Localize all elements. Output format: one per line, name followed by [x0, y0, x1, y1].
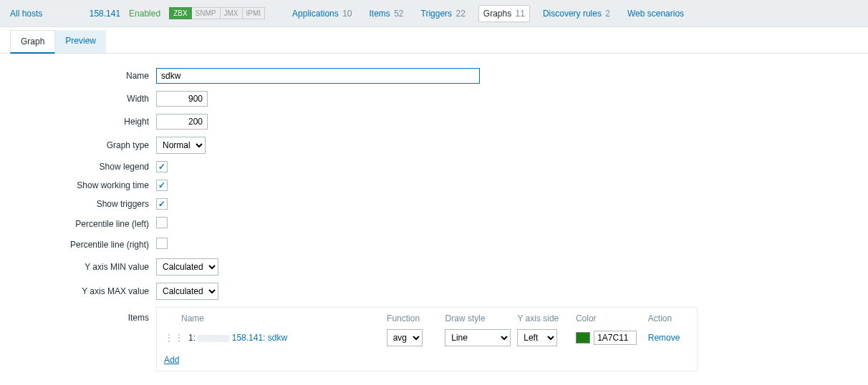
host-nav-bar: All hosts 158.141 Enabled ZBX SNMP JMX I…: [0, 0, 868, 27]
percentile-right-label: Percentile line (right): [0, 240, 156, 250]
item-draw-select[interactable]: Line: [445, 329, 511, 346]
interface-badges: ZBX SNMP JMX IPMI: [169, 7, 265, 19]
graph-form: Name Width Height Graph type Normal Show…: [0, 54, 868, 385]
drag-handle-icon[interactable]: ⋮⋮: [164, 332, 184, 343]
item-index: 1:: [188, 333, 196, 343]
item-color-input[interactable]: [594, 331, 637, 345]
item-host-blur: [198, 335, 229, 342]
graph-type-label: Graph type: [0, 140, 156, 150]
show-legend-label: Show legend: [0, 162, 156, 172]
items-label: Items: [0, 307, 156, 323]
percentile-left-label: Percentile line (left): [0, 219, 156, 229]
items-head-draw: Draw style: [445, 313, 518, 323]
width-input[interactable]: [156, 91, 208, 107]
items-head-color: Color: [576, 313, 648, 323]
percentile-left-checkbox[interactable]: [156, 217, 168, 228]
ymax-select[interactable]: Calculated: [156, 283, 218, 300]
items-head-name: Name: [164, 313, 387, 323]
item-side-select[interactable]: Left: [517, 329, 557, 346]
width-label: Width: [0, 94, 156, 104]
nav-items[interactable]: Items 52: [365, 6, 408, 21]
items-head-action: Action: [648, 313, 690, 323]
items-head-side: Y axis side: [517, 313, 575, 323]
ymax-label: Y axis MAX value: [0, 286, 156, 296]
nav-discovery[interactable]: Discovery rules 2: [539, 6, 614, 21]
percentile-right-checkbox[interactable]: [156, 238, 168, 249]
name-input[interactable]: [156, 68, 480, 84]
height-input[interactable]: [156, 114, 208, 130]
ymin-select[interactable]: Calculated: [156, 258, 218, 276]
nav-graphs[interactable]: Graphs 11: [478, 5, 530, 22]
show-triggers-label: Show triggers: [0, 199, 156, 209]
item-function-select[interactable]: avg: [387, 329, 423, 346]
enabled-status: Enabled: [129, 9, 160, 19]
item-color-swatch[interactable]: [576, 332, 590, 343]
items-row: ⋮⋮ 1: 158.141: sdkw avg Line Left: [157, 326, 697, 349]
item-name-link[interactable]: 158.141: sdkw: [198, 333, 287, 343]
nav-triggers[interactable]: Triggers 22: [417, 6, 470, 21]
badge-snmp: SNMP: [192, 7, 221, 19]
host-name-blur: [51, 9, 87, 18]
items-add-link[interactable]: Add: [157, 349, 186, 371]
show-working-time-label: Show working time: [0, 180, 156, 190]
nav-applications[interactable]: Applications 10: [288, 6, 356, 21]
badge-jmx: JMX: [221, 7, 243, 19]
show-working-time-checkbox[interactable]: [156, 180, 168, 191]
tab-graph[interactable]: Graph: [10, 30, 55, 54]
nav-web[interactable]: Web scenarios: [623, 6, 688, 21]
show-legend-checkbox[interactable]: [156, 161, 168, 172]
host-name-link[interactable]: 158.141: [51, 9, 120, 19]
height-label: Height: [0, 117, 156, 127]
ymin-label: Y axis MIN value: [0, 262, 156, 272]
tab-bar: Graph Preview: [0, 30, 868, 54]
items-header-row: Name Function Draw style Y axis side Col…: [157, 308, 697, 326]
show-triggers-checkbox[interactable]: [156, 198, 168, 210]
badge-ipmi: IPMI: [243, 7, 266, 19]
items-head-function: Function: [387, 313, 445, 323]
all-hosts-link[interactable]: All hosts: [10, 9, 42, 19]
items-table: Name Function Draw style Y axis side Col…: [156, 307, 698, 371]
name-label: Name: [0, 71, 156, 81]
item-remove-link[interactable]: Remove: [648, 333, 680, 343]
tab-preview[interactable]: Preview: [55, 30, 106, 53]
badge-zbx: ZBX: [169, 7, 191, 19]
graph-type-select[interactable]: Normal: [156, 137, 206, 154]
